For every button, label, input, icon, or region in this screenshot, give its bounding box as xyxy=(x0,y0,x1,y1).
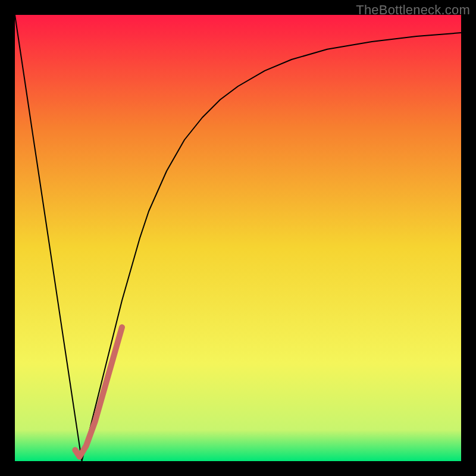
plot-area xyxy=(15,15,461,461)
watermark-text: TheBottleneck.com xyxy=(356,2,470,18)
chart-svg xyxy=(15,15,461,461)
chart-frame: TheBottleneck.com xyxy=(0,0,476,476)
gradient-background xyxy=(15,15,461,461)
